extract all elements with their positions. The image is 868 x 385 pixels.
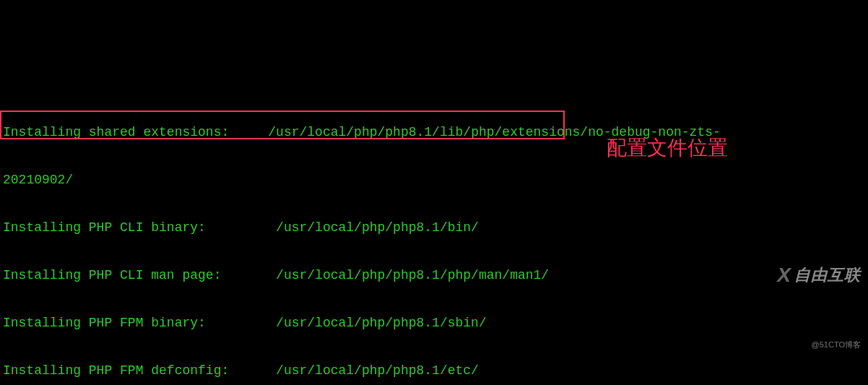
line-text: 20210902/ [3,173,73,187]
watermark-logo-icon: X [777,263,791,287]
line-text: Installing PHP FPM defconfig: [3,363,229,378]
line-path: /usr/local/php/php8.1/php/man/man1/ [276,268,549,282]
terminal-line: Installing PHP CLI man page: /usr/local/… [3,264,865,287]
line-path: /usr/local/php/php8.1/bin/ [276,220,479,235]
line-text: Installing PHP CLI binary: [3,220,206,235]
terminal-line: Installing PHP FPM defconfig: /usr/local… [3,359,865,383]
line-path: /usr/local/php/php8.1/sbin/ [276,316,487,330]
line-text: Installing shared extensions: [3,125,229,139]
watermark-main: 自由互联 [794,263,861,287]
terminal-line: 20210902/ [3,168,865,192]
watermark-sub: @51CTO博客 [777,333,861,357]
line-text: Installing PHP CLI man page: [3,268,221,282]
terminal-line: Installing PHP FPM binary: /usr/local/ph… [3,311,865,335]
terminal-line: Installing PHP CLI binary: /usr/local/ph… [3,216,865,240]
line-text: Installing PHP FPM binary: [3,316,206,330]
terminal-output: Installing shared extensions: /usr/local… [0,95,868,385]
line-path: /usr/local/php/php8.1/etc/ [276,363,479,378]
terminal-line: Installing shared extensions: /usr/local… [3,121,865,144]
watermark: X 自由互联 @51CTO博客 [777,215,861,381]
annotation-label: 配置文件位置 [607,136,728,160]
